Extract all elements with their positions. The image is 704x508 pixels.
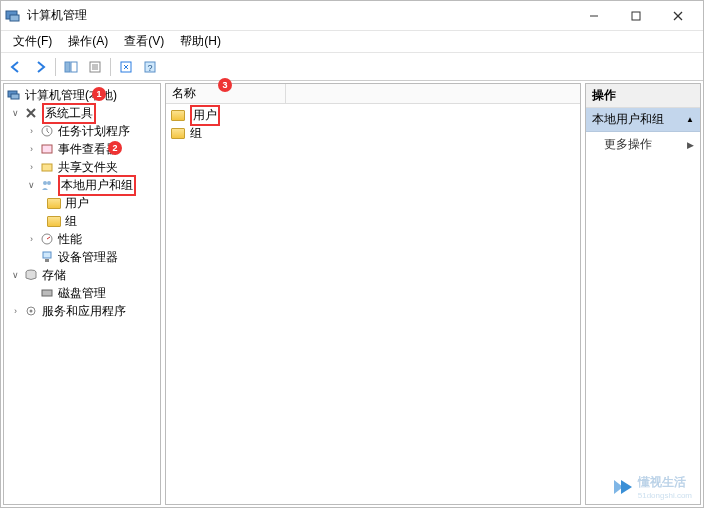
tree-storage[interactable]: ∨ 存储 [4, 266, 160, 284]
tools-icon [23, 105, 39, 121]
expander-icon[interactable]: ∨ [10, 270, 21, 281]
back-button[interactable] [5, 56, 27, 78]
tree-root[interactable]: 计算机管理(本地) [4, 86, 160, 104]
tree-task-scheduler[interactable]: › 任务计划程序 [4, 122, 160, 140]
forward-button[interactable] [29, 56, 51, 78]
expander-icon[interactable]: › [26, 234, 37, 245]
list-item[interactable]: 组 [166, 124, 580, 142]
badge-2: 2 [108, 141, 122, 155]
folder-icon [46, 195, 62, 211]
tree-users[interactable]: 用户 [4, 194, 160, 212]
actions-section-label: 本地用户和组 [592, 111, 664, 128]
expander-icon[interactable]: › [10, 306, 21, 317]
svg-rect-18 [42, 145, 52, 153]
tree-event-viewer[interactable]: › 事件查看器 [4, 140, 160, 158]
tree-groups-label: 组 [65, 213, 77, 230]
folder-icon [170, 107, 186, 123]
expander-icon[interactable]: › [26, 162, 37, 173]
tree-performance-label: 性能 [58, 231, 82, 248]
perf-icon [39, 231, 55, 247]
users-icon [39, 177, 55, 193]
tree-shared-folders-label: 共享文件夹 [58, 159, 118, 176]
app-icon [5, 8, 21, 24]
tree-services-apps[interactable]: › 服务和应用程序 [4, 302, 160, 320]
actions-header: 操作 [586, 84, 700, 108]
list-item-label: 组 [190, 125, 202, 142]
properties-button[interactable] [84, 56, 106, 78]
tree-lug-label: 本地用户和组 [61, 178, 133, 192]
menu-file[interactable]: 文件(F) [5, 31, 60, 52]
tree-groups[interactable]: 组 [4, 212, 160, 230]
help-button[interactable]: ? [139, 56, 161, 78]
tree-system-tools-label: 系统工具 [45, 106, 93, 120]
menu-view[interactable]: 查看(V) [116, 31, 172, 52]
chevron-right-icon: ▶ [687, 140, 694, 150]
svg-rect-7 [71, 62, 77, 72]
tree-task-scheduler-label: 任务计划程序 [58, 123, 130, 140]
svg-point-20 [43, 181, 47, 185]
actions-pane: 操作 本地用户和组 ▲ 更多操作 ▶ [585, 83, 701, 505]
watermark-domain: 51dongshi.com [638, 491, 692, 500]
nav-tree[interactable]: 计算机管理(本地) 1 ∨ 系统工具 › 任务计划程序 › [4, 84, 160, 504]
expander-icon[interactable]: › [26, 144, 37, 155]
svg-rect-1 [10, 15, 19, 21]
svg-rect-3 [632, 12, 640, 20]
actions-more-label: 更多操作 [604, 136, 652, 153]
event-icon [39, 141, 55, 157]
tree-system-tools[interactable]: ∨ 系统工具 [4, 104, 160, 122]
minimize-button[interactable] [573, 2, 615, 30]
menu-bar: 文件(F) 操作(A) 查看(V) 帮助(H) [1, 31, 703, 53]
spacer [26, 288, 37, 299]
window-title: 计算机管理 [27, 7, 573, 24]
svg-rect-16 [11, 94, 19, 99]
menu-action[interactable]: 操作(A) [60, 31, 116, 52]
maximize-button[interactable] [615, 2, 657, 30]
close-button[interactable] [657, 2, 699, 30]
watermark: 懂视生活 51dongshi.com [612, 474, 692, 500]
clock-icon [39, 123, 55, 139]
watermark-text: 懂视生活 [638, 475, 686, 489]
tree-disk-mgmt-label: 磁盘管理 [58, 285, 106, 302]
expander-icon[interactable]: ∨ [26, 180, 37, 191]
list-body[interactable]: 用户 组 [166, 104, 580, 504]
actions-section[interactable]: 本地用户和组 ▲ [586, 108, 700, 132]
tree-device-manager-label: 设备管理器 [58, 249, 118, 266]
toolbar: ? [1, 53, 703, 81]
svg-point-21 [47, 181, 51, 185]
computer-icon [6, 87, 22, 103]
badge-1: 1 [92, 87, 106, 101]
svg-text:?: ? [147, 63, 152, 73]
tree-users-label: 用户 [65, 195, 89, 212]
storage-icon [23, 267, 39, 283]
svg-rect-26 [42, 290, 52, 296]
services-icon [23, 303, 39, 319]
svg-rect-23 [43, 252, 51, 258]
refresh-button[interactable] [115, 56, 137, 78]
tree-disk-management[interactable]: 磁盘管理 [4, 284, 160, 302]
show-hide-tree-button[interactable] [60, 56, 82, 78]
tree-local-users-groups[interactable]: ∨ 本地用户和组 [4, 176, 160, 194]
badge-3: 3 [218, 78, 232, 92]
collapse-icon: ▲ [686, 115, 694, 124]
actions-more[interactable]: 更多操作 ▶ [586, 132, 700, 157]
svg-rect-6 [65, 62, 70, 72]
tree-services-label: 服务和应用程序 [42, 303, 126, 320]
highlight-2: 本地用户和组 [58, 175, 136, 196]
tree-performance[interactable]: › 性能 [4, 230, 160, 248]
folder-icon [170, 125, 186, 141]
spacer [26, 252, 37, 263]
svg-rect-24 [45, 259, 49, 262]
tree-device-manager[interactable]: 设备管理器 [4, 248, 160, 266]
list-item[interactable]: 用户 [166, 106, 580, 124]
tree-shared-folders[interactable]: › 共享文件夹 [4, 158, 160, 176]
svg-rect-19 [42, 164, 52, 171]
svg-point-28 [30, 310, 33, 313]
menu-help[interactable]: 帮助(H) [172, 31, 229, 52]
expander-icon[interactable]: › [26, 126, 37, 137]
list-pane: 名称 3 用户 组 [165, 83, 581, 505]
watermark-icon [612, 476, 634, 498]
expander-icon[interactable]: ∨ [10, 108, 21, 119]
list-item-label: 用户 [193, 108, 217, 122]
titlebar: 计算机管理 [1, 1, 703, 31]
disk-icon [39, 285, 55, 301]
